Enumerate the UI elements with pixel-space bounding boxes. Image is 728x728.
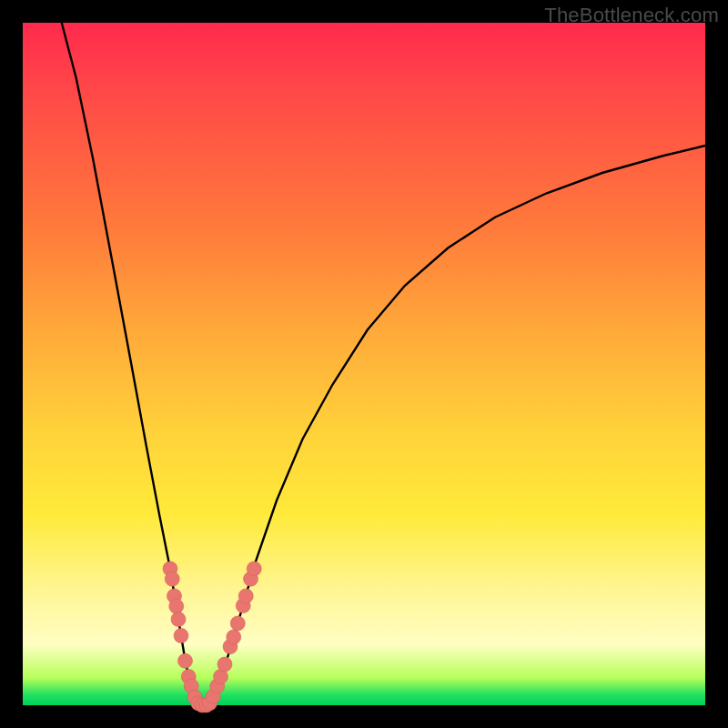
bottleneck-curve [62,23,705,705]
data-marker [247,561,261,576]
data-marker [169,599,184,613]
data-marker [227,630,241,644]
data-marker [178,653,193,668]
data-marker [238,589,253,603]
chart-svg [23,23,705,705]
plot-area [23,23,705,705]
data-marker [174,629,188,643]
data-marker [217,657,232,672]
data-marker [171,612,186,627]
watermark-text: TheBottleneck.com [544,4,719,27]
marker-group [163,561,261,713]
chart-frame: TheBottleneck.com [0,0,728,728]
data-marker [230,616,245,631]
data-marker [165,571,179,586]
